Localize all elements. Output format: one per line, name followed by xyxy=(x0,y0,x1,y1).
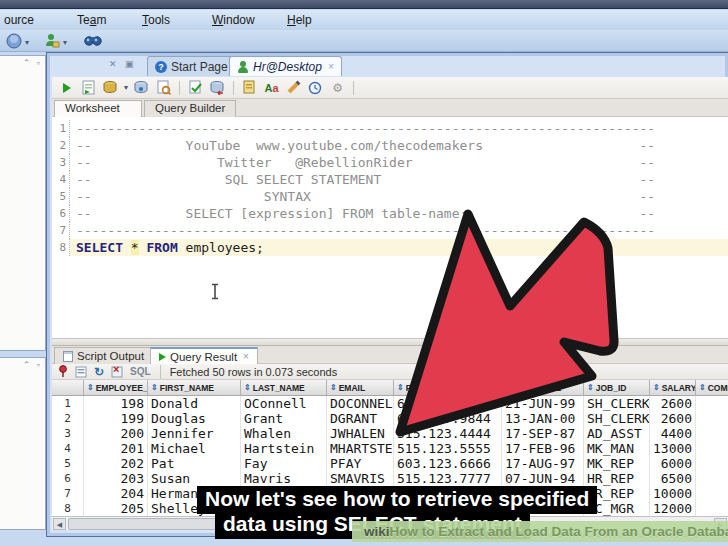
tab-group-controls[interactable]: ✕ ▣ xyxy=(109,59,137,69)
menu-item-tools[interactable]: Tools xyxy=(138,12,174,28)
clear-button[interactable] xyxy=(285,80,302,96)
table-row[interactable]: 6203SusanMavrisSMAVRIS515.123.777707-JUN… xyxy=(52,471,728,486)
panel-collapse-controls[interactable]: ⌃ ▫ xyxy=(23,360,42,370)
table-row[interactable]: 5202PatFayPFAY603.123.666617-AUG-97MK_RE… xyxy=(52,456,728,471)
cell: 5 xyxy=(52,456,84,471)
tab-query-result[interactable]: Query Result × xyxy=(150,347,258,364)
tab-label: Query Result xyxy=(170,351,237,363)
column-label: SALARY xyxy=(662,380,696,396)
cell: HR_REP xyxy=(584,471,650,486)
column-header-commission_pct[interactable]: ⇕COMMISSION_PCT xyxy=(696,380,728,396)
close-icon[interactable]: × xyxy=(243,351,249,362)
cell: Douglas xyxy=(148,411,241,426)
column-header-salary[interactable]: ⇕SALARY xyxy=(650,380,696,396)
column-label: PHONE_NUMBER xyxy=(406,380,478,396)
back-button[interactable] xyxy=(5,33,22,49)
panel-collapse-controls[interactable]: ⌃ ▫ xyxy=(23,58,42,68)
back-dropdown-caret[interactable]: ▾ xyxy=(25,38,29,47)
autotrace-dropdown-caret[interactable]: ▾ xyxy=(124,83,128,92)
cell xyxy=(696,471,728,486)
unshared-worksheet-button[interactable] xyxy=(241,80,258,96)
table-row[interactable]: 2199DouglasGrantDGRANT650.507.984413-JAN… xyxy=(52,411,728,426)
delete-icon[interactable]: × xyxy=(111,366,123,378)
code-text: ----------------------------------------… xyxy=(76,120,728,137)
cell: DGRANT xyxy=(327,411,394,426)
connection-dropdown-caret[interactable]: ▾ xyxy=(63,38,67,47)
pin-icon[interactable] xyxy=(58,365,68,378)
column-header-phone_number[interactable]: ⇕PHONE_NUMBER xyxy=(394,380,502,396)
cell: 205 xyxy=(84,501,148,516)
tab-script-output[interactable]: Script Output × xyxy=(54,347,165,364)
table-row[interactable]: 1198DonaldOConnellDOCONNEL650.507.983321… xyxy=(52,396,728,411)
column-header-rownum[interactable] xyxy=(52,380,84,396)
cell xyxy=(696,456,728,471)
cell xyxy=(696,426,728,441)
scroll-left-icon[interactable]: ◀ xyxy=(53,518,66,530)
sort-icon: ⇕ xyxy=(653,380,660,396)
column-label: HIRE_DATE xyxy=(514,380,562,396)
code-text: -- Twitter @RebellionRider -- xyxy=(76,154,728,171)
cell: 13-JAN-00 xyxy=(502,411,584,426)
grid-header-row: ⇕EMPLOYEE_ID⇕FIRST_NAME⇕LAST_NAME⇕EMAIL⇕… xyxy=(52,380,728,396)
cell: 8 xyxy=(52,501,84,516)
table-row[interactable]: 3200JenniferWhalenJWHALEN515.123.444417-… xyxy=(52,426,728,441)
cell: 1 xyxy=(52,396,84,411)
cell xyxy=(696,501,728,516)
run-script-button[interactable] xyxy=(80,80,97,96)
window-titlebar[interactable] xyxy=(0,0,728,9)
commit-button[interactable] xyxy=(187,80,204,96)
column-header-employee_id[interactable]: ⇕EMPLOYEE_ID xyxy=(84,380,148,396)
column-header-job_id[interactable]: ⇕JOB_ID xyxy=(584,380,650,396)
code-text: -- SQL SELECT STATEMENT -- xyxy=(76,171,728,188)
search-icon[interactable] xyxy=(84,33,102,48)
cell: 203 xyxy=(84,471,148,486)
cell: 12000 xyxy=(650,501,696,516)
tab-label: Worksheet xyxy=(65,102,120,114)
sql-editor[interactable]: 1---------------------------------------… xyxy=(52,117,728,338)
menu-item-window[interactable]: Window xyxy=(208,12,259,28)
refresh-icon[interactable]: ↻ xyxy=(94,366,104,378)
menu-item-help[interactable]: Help xyxy=(283,12,316,28)
column-header-last_name[interactable]: ⇕LAST_NAME xyxy=(241,380,327,396)
table-row[interactable]: 4201MichaelHartsteinMHARTSTE515.123.5555… xyxy=(52,441,728,456)
run-statement-button[interactable] xyxy=(58,80,75,96)
close-icon[interactable]: × xyxy=(328,61,334,72)
autotrace-button[interactable] xyxy=(102,80,119,96)
cell: 10000 xyxy=(650,486,696,501)
explain-plan-button[interactable] xyxy=(133,80,150,96)
sql-label[interactable]: SQL xyxy=(130,366,151,377)
connection-icon[interactable] xyxy=(44,33,60,49)
editor-line: 1---------------------------------------… xyxy=(52,120,728,137)
connections-panel[interactable]: ⌃ ▫ xyxy=(0,55,46,351)
column-header-first_name[interactable]: ⇕FIRST_NAME xyxy=(148,380,241,396)
cell: 17-FEB-96 xyxy=(502,441,584,456)
sort-icon: ⇕ xyxy=(505,380,512,396)
tab-query-builder[interactable]: Query Builder xyxy=(144,100,236,117)
cell: 4 xyxy=(52,441,84,456)
line-number: 4 xyxy=(52,171,70,188)
column-header-email[interactable]: ⇕EMAIL xyxy=(327,380,394,396)
tab-worksheet[interactable]: Worksheet xyxy=(54,100,142,117)
menu-item-ource[interactable]: ource xyxy=(0,12,38,28)
worksheet-toolbar: ▾ Aa ⚙ xyxy=(52,77,728,99)
tab-hr-desktop[interactable]: Hr@Desktop × xyxy=(229,56,342,76)
menu-item-team[interactable]: Team xyxy=(73,12,110,28)
cell: 199 xyxy=(84,411,148,426)
sql-tuning-button[interactable] xyxy=(155,80,172,96)
to-upper-lower-case-button[interactable]: Aa xyxy=(263,80,280,96)
code-text: -- YouTube www.youtube.com/thecodemakers… xyxy=(76,137,728,154)
panel-splitter[interactable] xyxy=(52,338,728,346)
sql-history-button[interactable] xyxy=(307,80,324,96)
editor-line: 5-- SYNTAX -- xyxy=(52,188,728,205)
reports-panel[interactable]: ⌃ ▫ xyxy=(0,357,46,530)
settings-icon[interactable]: ⚙ xyxy=(329,80,346,96)
cell: Hartstein xyxy=(241,441,327,456)
column-header-hire_date[interactable]: ⇕HIRE_DATE xyxy=(502,380,584,396)
cell: 515.123.4444 xyxy=(394,426,502,441)
tab-label: Query Builder xyxy=(155,102,225,114)
rollback-button[interactable] xyxy=(209,80,226,96)
cell: Jennifer xyxy=(148,426,241,441)
report-icon[interactable] xyxy=(75,366,87,378)
sort-icon: ⇕ xyxy=(151,380,158,396)
cell: SH_CLERK xyxy=(584,411,650,426)
